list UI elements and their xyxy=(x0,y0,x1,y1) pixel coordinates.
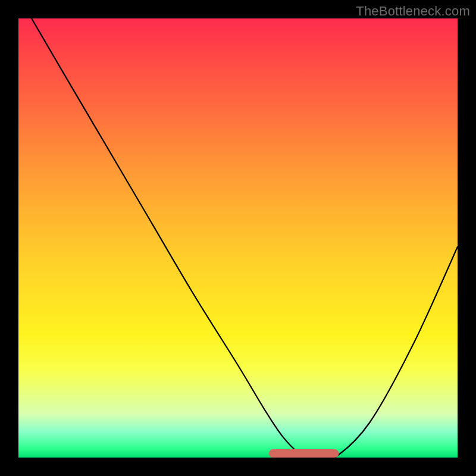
watermark-text: TheBottleneck.com xyxy=(356,4,470,19)
bottleneck-curve-path xyxy=(32,18,458,461)
plot-area xyxy=(18,18,458,458)
curve-svg xyxy=(18,18,458,458)
chart-frame: TheBottleneck.com xyxy=(0,0,476,476)
